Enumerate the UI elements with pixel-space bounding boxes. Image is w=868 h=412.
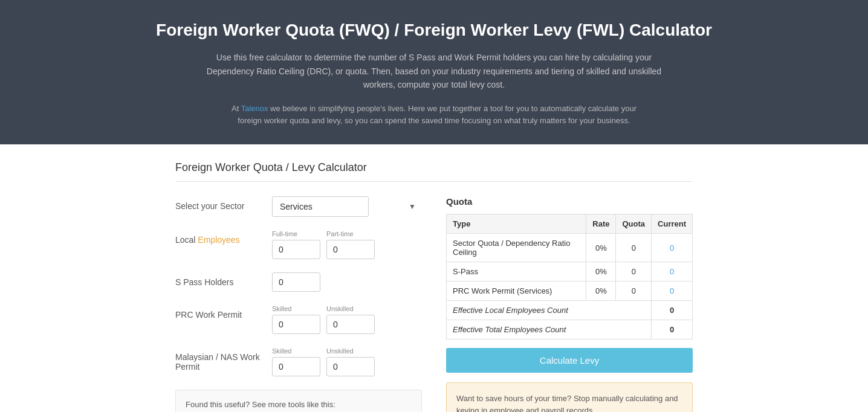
spass-input-wrapper [272,272,422,292]
row1-type: Sector Quota / Dependency Ratio Ceiling [447,234,586,262]
local-employees-inputs: Full-time Part-time [272,230,422,259]
effective-local-label: Effective Local Employees Count [447,301,652,320]
effective-local-value: 0 [652,301,693,320]
talenox-link[interactable]: Talenox [241,104,268,113]
col-current-header: Current [652,214,693,234]
table-row: PRC Work Permit (Services) 0% 0 0 [447,282,693,301]
col-quota-header: Quota [616,214,652,234]
local-sublabel-row: Full-time Part-time [272,230,422,237]
row1-quota: 0 [616,234,652,262]
quota-table: Type Rate Quota Current Sector Quota / D… [446,214,693,340]
malay-unskilled-sublabel: Unskilled [326,347,375,355]
tagline-prefix: At [232,104,241,113]
local-inputs-row [272,240,422,259]
malay-row: Malaysian / NAS Work Permit Skilled Unsk… [175,347,422,376]
effective-local-row: Effective Local Employees Count 0 [447,301,693,320]
local-employees-row: Local Employees Full-time Part-time [175,230,422,259]
parttime-sublabel: Part-time [326,230,375,237]
malay-unskilled-input[interactable] [326,357,375,376]
malay-sublabel-row: Skilled Unskilled [272,347,422,355]
fulltime-input[interactable] [272,240,320,259]
local-label-part: Local [175,235,195,245]
sector-row: Select your Sector Services Construction… [175,196,422,217]
malay-skilled-sublabel: Skilled [272,347,320,355]
effective-total-label: Effective Total Employees Count [447,320,652,340]
prc-row: PRC Work Permit Skilled Unskilled [175,305,422,334]
info-box: Want to save hours of your time? Stop ma… [446,382,693,412]
useful-title: Found this useful? See more tools like t… [186,400,412,409]
quota-header-row: Type Rate Quota Current [447,214,693,234]
row1-current: 0 [652,234,693,262]
row2-quota: 0 [616,262,652,282]
prc-unskilled-input[interactable] [326,315,375,334]
row3-quota: 0 [616,282,652,301]
useful-box: Found this useful? See more tools like t… [175,390,422,412]
calculate-levy-button[interactable]: Calculate Levy [446,348,693,373]
spass-row: S Pass Holders [175,272,422,292]
page-title: Foreign Worker Quota (FWQ) / Foreign Wor… [12,19,856,41]
prc-skilled-sublabel: Skilled [272,305,320,312]
row3-rate: 0% [586,282,616,301]
prc-inputs-row [272,315,422,334]
malay-label: Malaysian / NAS Work Permit [175,347,272,372]
quota-section-title: Quota [446,196,693,207]
row2-current: 0 [652,262,693,282]
malay-inputs-row [272,357,422,376]
page-tagline: At Talenox we believe in simplifying peo… [228,103,640,128]
col-rate-header: Rate [586,214,616,234]
info-box-text: Want to save hours of your time? Stop ma… [456,394,678,412]
sector-label: Select your Sector [175,196,272,211]
chevron-down-icon: ▼ [409,202,416,211]
fulltime-sublabel: Full-time [272,230,320,237]
effective-total-value: 0 [652,320,693,340]
malay-inputs: Skilled Unskilled [272,347,422,376]
local-employees-label: Local Employees [175,230,272,245]
right-panel: Quota Type Rate Quota Current Sector Quo… [446,196,693,412]
prc-unskilled-sublabel: Unskilled [326,305,375,312]
malay-skilled-input[interactable] [272,357,320,376]
prc-label: PRC Work Permit [175,305,272,320]
header-section: Foreign Worker Quota (FWQ) / Foreign Wor… [0,0,868,144]
calculator-title: Foreign Worker Quota / Levy Calculator [175,161,693,182]
prc-sublabel-row: Skilled Unskilled [272,305,422,312]
calculator-container: Foreign Worker Quota / Levy Calculator S… [156,144,712,412]
table-row: Sector Quota / Dependency Ratio Ceiling … [447,234,693,262]
left-panel: Select your Sector Services Construction… [175,196,422,412]
prc-skilled-input[interactable] [272,315,320,334]
row1-rate: 0% [586,234,616,262]
effective-total-row: Effective Total Employees Count 0 [447,320,693,340]
row2-type: S-Pass [447,262,586,282]
tagline-suffix: we believe in simplifying people's lives… [238,104,636,126]
prc-inputs: Skilled Unskilled [272,305,422,334]
spass-label: S Pass Holders [175,272,272,287]
local-highlight-part: Employees [198,235,239,245]
calculator-body: Select your Sector Services Construction… [175,196,693,412]
row3-current: 0 [652,282,693,301]
table-row: S-Pass 0% 0 0 [447,262,693,282]
row3-type: PRC Work Permit (Services) [447,282,586,301]
parttime-input[interactable] [326,240,375,259]
col-type-header: Type [447,214,586,234]
page-subtitle: Use this free calculator to determine th… [198,51,670,91]
row2-rate: 0% [586,262,616,282]
sector-select-wrapper: Services Construction Manufacturing Mari… [272,196,422,217]
sector-input-wrapper: Services Construction Manufacturing Mari… [272,196,422,217]
sector-select[interactable]: Services Construction Manufacturing Mari… [272,196,369,217]
spass-input[interactable] [272,272,320,292]
